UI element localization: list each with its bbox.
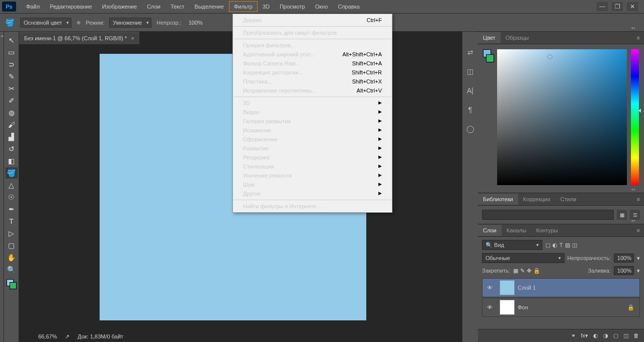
pen-tool[interactable]: ✒ bbox=[6, 204, 18, 215]
menu-item-Искажение[interactable]: Искажение▶ bbox=[233, 126, 392, 135]
layer-opacity-value[interactable]: 100% bbox=[614, 253, 634, 263]
menu-item-Видео[interactable]: Видео▶ bbox=[233, 108, 392, 117]
menu-item-Усиление-резкости[interactable]: Усиление резкости▶ bbox=[233, 171, 392, 180]
menu-item-Дерево[interactable]: ДеревоCtrl+F bbox=[233, 16, 392, 25]
layer-row[interactable]: 👁Слой 1 bbox=[482, 278, 640, 297]
menu-item-Шум[interactable]: Шум▶ bbox=[233, 180, 392, 189]
menu-фильтр[interactable]: Фильтр bbox=[229, 1, 258, 12]
type-tool[interactable]: T bbox=[6, 216, 18, 227]
eyedropper-tool[interactable]: ✐ bbox=[6, 95, 18, 106]
share-icon[interactable]: ↗ bbox=[65, 333, 69, 340]
fx-icon[interactable]: fx▾ bbox=[581, 332, 588, 339]
menu-item-Найти-фильтры-в-Интернете-[interactable]: Найти фильтры в Интернете... bbox=[233, 202, 392, 211]
layer-thumb[interactable] bbox=[500, 280, 515, 295]
blur-tool[interactable]: △ bbox=[6, 180, 18, 191]
layer-row[interactable]: 👁Фон🔒 bbox=[482, 298, 640, 317]
fill-value[interactable]: 100% bbox=[614, 266, 634, 275]
tab-Цвет[interactable]: Цвет bbox=[478, 32, 501, 43]
saturation-field[interactable] bbox=[497, 49, 627, 185]
menu-item-Адаптивный-широкий-угол-[interactable]: Адаптивный широкий угол...Alt+Shift+Ctrl… bbox=[233, 50, 392, 59]
layer-thumb[interactable] bbox=[500, 300, 515, 315]
close-button[interactable]: ✕ bbox=[627, 2, 638, 11]
adjustment-icon[interactable]: ◑ bbox=[603, 332, 608, 339]
delete-layer-icon[interactable]: 🗑 bbox=[633, 332, 639, 339]
menu-окно[interactable]: Окно bbox=[310, 1, 333, 12]
tab-Образцы[interactable]: Образцы bbox=[501, 32, 534, 43]
menu-3d[interactable]: 3D bbox=[258, 1, 275, 12]
menu-просмотр[interactable]: Просмотр bbox=[275, 1, 310, 12]
paragraph-panel-icon[interactable]: ¶ bbox=[465, 104, 476, 115]
layer-blend-select[interactable]: Обычные bbox=[482, 253, 565, 263]
link-layers-icon[interactable]: ⚭ bbox=[571, 332, 576, 339]
tab-Каналы[interactable]: Каналы bbox=[502, 225, 531, 236]
menu-item-Стилизация[interactable]: Стилизация▶ bbox=[233, 162, 392, 171]
grid-view-icon[interactable]: ▦ bbox=[617, 210, 627, 220]
library-select[interactable] bbox=[482, 210, 614, 220]
eraser-tool[interactable]: ◧ bbox=[6, 155, 18, 166]
maximize-button[interactable]: ❐ bbox=[612, 2, 623, 11]
group-icon[interactable]: ▢ bbox=[613, 332, 618, 339]
menu-item-Оформление[interactable]: Оформление▶ bbox=[233, 135, 392, 144]
menu-item-Другое[interactable]: Другое▶ bbox=[233, 189, 392, 198]
zoom-tool[interactable]: 🔍 bbox=[6, 264, 18, 275]
visibility-icon[interactable]: 👁 bbox=[482, 304, 497, 310]
blend-mode-select[interactable]: Умножение bbox=[109, 18, 151, 28]
menu-item-Исправление-перспективы-[interactable]: Исправление перспективы...Alt+Ctrl+V bbox=[233, 86, 392, 95]
new-layer-icon[interactable]: ◫ bbox=[623, 332, 628, 339]
path-select-tool[interactable]: ▷ bbox=[6, 228, 18, 239]
tab-Слои[interactable]: Слои bbox=[478, 225, 502, 236]
visibility-icon[interactable]: 👁 bbox=[482, 285, 497, 291]
menu-выделение[interactable]: Выделение bbox=[190, 1, 229, 12]
history-panel-icon[interactable]: ⇄ bbox=[465, 47, 476, 58]
hue-slider[interactable] bbox=[631, 49, 639, 185]
marquee-tool[interactable]: ▭ bbox=[6, 47, 18, 58]
dodge-tool[interactable]: ☉ bbox=[6, 192, 18, 203]
panel-menu-icon[interactable]: ≡ bbox=[633, 227, 644, 233]
menu-item-Преобразовать-для-смарт-фильтров[interactable]: Преобразовать для смарт-фильтров bbox=[233, 28, 392, 37]
menu-item-Галерея-фильтров-[interactable]: Галерея фильтров... bbox=[233, 41, 392, 50]
bucket-tool-icon[interactable]: 🪣 bbox=[4, 17, 15, 28]
zoom-value[interactable]: 66,67% bbox=[38, 333, 57, 339]
history-brush-tool[interactable]: ↺ bbox=[6, 143, 18, 154]
tab-Стили[interactable]: Стили bbox=[555, 194, 582, 205]
crop-tool[interactable]: ✂ bbox=[6, 83, 18, 94]
menu-item-Коррекция-дисторсии-[interactable]: Коррекция дисторсии...Shift+Ctrl+R bbox=[233, 68, 392, 77]
panel-menu-icon[interactable]: ≡ bbox=[633, 196, 644, 202]
lock-icons[interactable]: ▦✎✥🔒 bbox=[513, 268, 540, 274]
panel-menu-icon[interactable]: ≡ bbox=[633, 35, 644, 41]
tab-Контуры[interactable]: Контуры bbox=[531, 225, 563, 236]
character-panel-icon[interactable]: A| bbox=[465, 85, 476, 96]
menu-редактирование[interactable]: Редактирование bbox=[45, 1, 97, 12]
heal-tool[interactable]: ◍ bbox=[6, 107, 18, 118]
mask-icon[interactable]: ◐ bbox=[593, 332, 598, 339]
3d-panel-icon[interactable]: ◯ bbox=[465, 123, 476, 134]
rectangle-tool[interactable]: ▢ bbox=[6, 240, 18, 251]
minimize-button[interactable]: ― bbox=[597, 2, 608, 11]
tab-Библиотеки[interactable]: Библиотеки bbox=[478, 194, 518, 205]
menu-item-3D[interactable]: 3D▶ bbox=[233, 99, 392, 108]
color-swatch-panel[interactable] bbox=[483, 49, 493, 188]
menu-справка[interactable]: Справка bbox=[333, 1, 365, 12]
properties-panel-icon[interactable]: ◫ bbox=[465, 66, 476, 77]
fill-source-select[interactable]: Основной цвет bbox=[20, 18, 71, 28]
menu-item-Пластика-[interactable]: Пластика...Shift+Ctrl+X bbox=[233, 77, 392, 86]
menu-файл[interactable]: Файл bbox=[21, 1, 45, 12]
menu-слои[interactable]: Слои bbox=[142, 1, 166, 12]
close-tab-icon[interactable]: × bbox=[131, 35, 134, 41]
document-tab[interactable]: Без имени-1 @ 66,7% (Слой 1, RGB/8) *× bbox=[19, 32, 139, 44]
hand-tool[interactable]: ✋ bbox=[6, 252, 18, 263]
menu-item-Рендеринг[interactable]: Рендеринг▶ bbox=[233, 153, 392, 162]
tab-Коррекция[interactable]: Коррекция bbox=[518, 194, 555, 205]
lasso-tool[interactable]: ⊃ bbox=[6, 59, 18, 70]
menu-item-Галерея-размытия[interactable]: Галерея размытия▶ bbox=[233, 117, 392, 126]
opacity-value[interactable]: 100% bbox=[187, 19, 205, 27]
color-swatch[interactable] bbox=[7, 279, 17, 289]
menu-item-Размытие[interactable]: Размытие▶ bbox=[233, 144, 392, 153]
bucket-tool[interactable]: 🪣 bbox=[6, 167, 18, 179]
brush-tool[interactable]: 🖌 bbox=[6, 119, 18, 130]
menu-item-Фильтр-Camera-Raw-[interactable]: Фильтр Camera Raw...Shift+Ctrl+A bbox=[233, 59, 392, 68]
panel-grip-icon[interactable]: ▸▸ bbox=[1, 34, 3, 38]
layer-filter-select[interactable]: 🔍 Вид bbox=[482, 240, 542, 250]
menu-изображение[interactable]: Изображение bbox=[97, 1, 142, 12]
quick-select-tool[interactable]: ✎ bbox=[6, 71, 18, 82]
